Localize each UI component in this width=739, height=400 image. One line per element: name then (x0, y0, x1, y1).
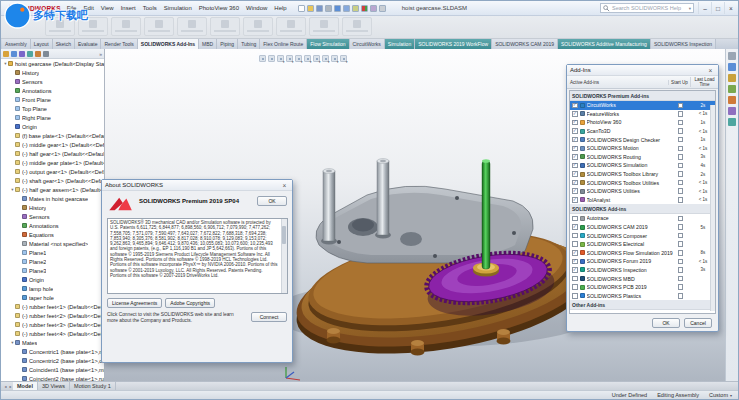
menu-photoview-360[interactable]: PhotoView 360 (196, 4, 242, 12)
ribbon-tab-evaluate[interactable]: Evaluate (75, 39, 101, 49)
dimxpertmanager-icon[interactable] (27, 51, 33, 57)
startup-checkbox[interactable] (678, 224, 684, 230)
tree-item[interactable]: Coincident2 (base plate<1>,rubber feet<1… (1, 374, 104, 381)
addin-row-solidworks-plastics[interactable]: SOLIDWORKS Plastics (570, 291, 715, 300)
license-agreements-button[interactable]: License Agreements (107, 298, 162, 308)
scrollbar[interactable] (281, 219, 287, 293)
tree-item[interactable]: Sensors (1, 212, 104, 221)
redo-icon[interactable] (343, 5, 350, 12)
adobe-copyrights-button[interactable]: Adobe Copyrights (165, 298, 215, 308)
active-checkbox[interactable]: ✓ (572, 180, 578, 186)
ribbon-addin-button[interactable] (111, 17, 141, 36)
ribbon-tab-solidworks-cam-2019[interactable]: SOLIDWORKS CAM 2019 (492, 39, 558, 49)
ribbon-addin-button[interactable] (309, 17, 339, 36)
addin-row-solidworks-motion[interactable]: ✓SOLIDWORKS Motion< 1s (570, 144, 715, 153)
ribbon-tab-solidworks-2019-workflow[interactable]: SOLIDWORKS 2019 WorkFlow (415, 39, 492, 49)
ok-button[interactable]: OK (257, 196, 287, 206)
tree-item[interactable]: Annotations (1, 86, 104, 95)
ribbon-tab-simulation[interactable]: Simulation (385, 39, 415, 49)
menu-simulation[interactable]: Simulation (161, 4, 195, 12)
addin-row-solidworks-composer[interactable]: SOLIDWORKS Composer (570, 231, 715, 240)
tree-item[interactable]: Concentric1 (base plate<1>,middle gear<1… (1, 347, 104, 356)
active-checkbox[interactable]: ✓ (572, 120, 578, 126)
addin-row-solidworks-mbd[interactable]: SOLIDWORKS MBD (570, 274, 715, 283)
addin-row-circuitworks[interactable]: ✓CircuitWorks2s (570, 101, 715, 110)
tree-item[interactable]: (-) output gear<1> (Default<<Default>_Di… (1, 167, 104, 176)
configurationmanager-icon[interactable] (19, 51, 25, 57)
chevron-down-icon[interactable]: ▾ (689, 6, 691, 11)
addin-row-solidworks-electrical[interactable]: SOLIDWORKS Electrical (570, 240, 715, 249)
startup-checkbox[interactable] (678, 111, 684, 117)
active-checkbox[interactable]: ✓ (572, 128, 578, 134)
addin-row-solidworks-toolbox-utilities[interactable]: ✓SOLIDWORKS Toolbox Utilities< 1s (570, 178, 715, 187)
open-icon[interactable] (307, 5, 314, 12)
tree-item[interactable]: ▾hoist gearcase (Default<Display State-1… (1, 59, 104, 68)
addin-row-solidworks-utilities[interactable]: ✓SOLIDWORKS Utilities< 1s (570, 187, 715, 196)
active-checkbox[interactable]: ✓ (572, 188, 578, 194)
new-icon[interactable] (298, 5, 305, 12)
active-checkbox[interactable]: ✓ (572, 111, 578, 117)
maximize-button[interactable]: □ (711, 2, 724, 14)
addin-row-solidworks-inspection[interactable]: ✓SOLIDWORKS Inspection3s (570, 266, 715, 275)
tree-item[interactable]: (-) middle gear plate<1> (Default<<Defau… (1, 158, 104, 167)
startup-checkbox[interactable] (678, 103, 684, 109)
ribbon-addin-button[interactable] (144, 17, 174, 36)
startup-checkbox[interactable] (678, 146, 684, 152)
menu-insert[interactable]: Insert (118, 4, 139, 12)
startup-checkbox[interactable] (678, 188, 684, 194)
startup-checkbox[interactable] (678, 259, 684, 265)
close-icon[interactable]: × (706, 67, 715, 74)
print-icon[interactable] (325, 5, 332, 12)
active-checkbox[interactable] (572, 241, 578, 247)
ribbon-tab-render-tools[interactable]: Render Tools (101, 39, 137, 49)
active-checkbox[interactable]: ✓ (572, 197, 578, 203)
tree-item[interactable]: ▾(-) half gear assem<1> (Default<Display… (1, 185, 104, 194)
tree-item[interactable]: Coincident1 (base plate<1>,middle gear p… (1, 365, 104, 374)
menu-help[interactable]: Help (271, 4, 289, 12)
file-explorer-icon[interactable] (728, 85, 736, 93)
active-checkbox[interactable]: ✓ (572, 259, 578, 265)
cam-tree-icon[interactable] (43, 51, 49, 57)
tree-item[interactable]: Plane2 (1, 257, 104, 266)
startup-checkbox[interactable] (678, 250, 684, 256)
startup-checkbox[interactable] (678, 267, 684, 273)
tree-item[interactable]: (-) rubber feet<3> (Default<<Default>_Di… (1, 320, 104, 329)
active-checkbox[interactable]: ✓ (572, 154, 578, 160)
addins-dialog-titlebar[interactable]: Add-Ins × (567, 65, 718, 76)
close-button[interactable]: × (724, 2, 737, 14)
active-checkbox[interactable] (572, 293, 578, 299)
ribbon-addin-button[interactable] (342, 17, 372, 36)
active-checkbox[interactable]: ✓ (572, 224, 578, 230)
tree-item[interactable]: Sensors (1, 77, 104, 86)
addin-row-solidworks-forum-2019[interactable]: ✓SOLIDWORKS Forum 2019< 1s (570, 257, 715, 266)
tree-item[interactable]: taper hole (1, 293, 104, 302)
addin-row-solidworks-routing[interactable]: ✓SOLIDWORKS Routing3s (570, 153, 715, 162)
select-icon[interactable] (352, 5, 359, 12)
startup-checkbox[interactable] (678, 171, 684, 177)
ribbon-addin-button[interactable] (78, 17, 108, 36)
ribbon-addin-button[interactable] (243, 17, 273, 36)
menu-file[interactable]: File (64, 4, 80, 12)
ribbon-tab-tubing[interactable]: Tubing (238, 39, 260, 49)
ribbon-tab-solidworks-add-ins[interactable]: SOLIDWORKS Add-Ins (138, 39, 199, 49)
tree-item[interactable]: (-) rubber feet<2> (Default<<Default>_Di… (1, 311, 104, 320)
active-checkbox[interactable] (572, 216, 578, 222)
tree-item[interactable]: (-) half gear<1> (Default<<Default>_Disp… (1, 149, 104, 158)
ribbon-tab-circuitworks[interactable]: CircuitWorks (350, 39, 385, 49)
about-dialog-titlebar[interactable]: About SOLIDWORKS × (102, 180, 292, 191)
tree-item[interactable]: ▾Mates (1, 338, 104, 347)
addin-row-autotrace[interactable]: Autotrace (570, 214, 715, 223)
tree-item[interactable]: Right Plane (1, 113, 104, 122)
startup-checkbox[interactable] (678, 293, 684, 299)
chrome-cylinder-left[interactable] (321, 169, 337, 245)
startup-checkbox[interactable] (678, 216, 684, 222)
taskpane-collapse-icon[interactable] (728, 52, 736, 60)
tree-item[interactable]: Plane3 (1, 266, 104, 275)
featuremanager-tree-icon[interactable] (3, 51, 9, 57)
status-custom[interactable]: Custom▾ (709, 392, 732, 398)
tree-item[interactable]: Mates in hoist gearcase (1, 194, 104, 203)
doc-tab-3d-views[interactable]: 3D Views (38, 382, 70, 390)
doc-tab-model[interactable]: Model (13, 382, 38, 390)
file-properties-icon[interactable] (370, 5, 377, 12)
addin-row-solidworks-pcb-2019[interactable]: SOLIDWORKS PCB 2019 (570, 283, 715, 292)
